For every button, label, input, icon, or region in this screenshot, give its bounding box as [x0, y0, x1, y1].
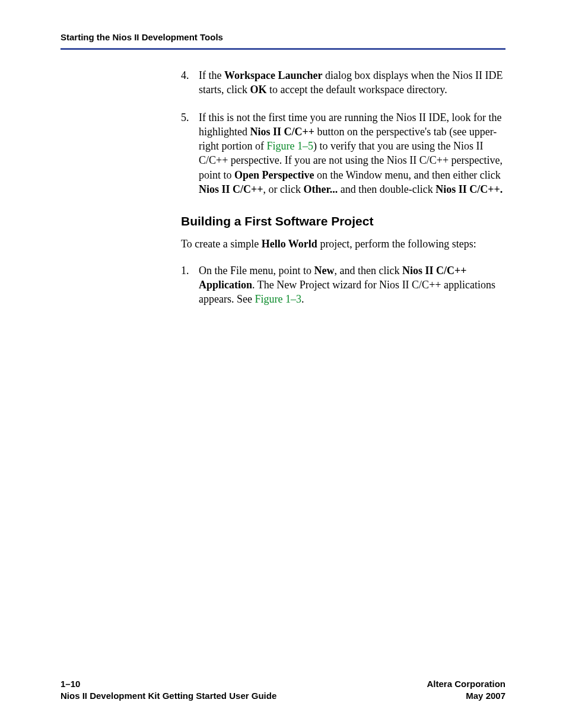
footer-right: Altera Corporation May 2007	[427, 678, 505, 702]
text: .	[301, 293, 304, 305]
step-number: 1.	[181, 263, 199, 307]
text: to accept the default workspace director…	[267, 84, 447, 96]
bold-text: Nios II C/C++	[199, 183, 263, 195]
text: , and then click	[334, 265, 402, 276]
step-number: 4.	[181, 68, 199, 97]
footer-left: 1–10 Nios II Development Kit Getting Sta…	[61, 678, 276, 702]
figure-link[interactable]: Figure 1–3	[255, 293, 301, 305]
text: On the File menu, point to	[199, 265, 314, 276]
bold-text: OK	[250, 84, 266, 96]
text: , or click	[263, 183, 304, 195]
section-heading: Building a First Software Project	[181, 214, 506, 228]
header-rule	[61, 48, 505, 50]
page-footer: 1–10 Nios II Development Kit Getting Sta…	[61, 678, 505, 702]
step-body: If this is not the first time you are ru…	[199, 110, 506, 197]
main-content: 4. If the Workspace Launcher dialog box …	[181, 68, 506, 320]
bold-text: Nios II C/C++.	[435, 183, 503, 195]
text: If the	[199, 69, 224, 81]
header-title: Starting the Nios II Development Tools	[61, 32, 505, 42]
bold-text: New	[314, 265, 334, 276]
bold-text: Other...	[304, 183, 338, 195]
step-number: 5.	[181, 110, 199, 197]
step-4: 4. If the Workspace Launcher dialog box …	[181, 68, 506, 97]
bold-text: Open Perspective	[234, 169, 314, 181]
page-header: Starting the Nios II Development Tools	[61, 32, 505, 50]
doc-title: Nios II Development Kit Getting Started …	[61, 690, 276, 702]
bold-text: Workspace Launcher	[224, 69, 323, 81]
intro-paragraph: To create a simple Hello World project, …	[181, 237, 506, 251]
figure-link[interactable]: Figure 1–5	[267, 140, 314, 152]
step-5: 5. If this is not the first time you are…	[181, 110, 506, 197]
date: May 2007	[427, 690, 505, 702]
text: and then double-click	[338, 183, 435, 195]
text: To create a simple	[181, 238, 262, 250]
bold-text: Hello World	[262, 238, 317, 250]
text: on the Window menu, and then either clic…	[314, 169, 500, 181]
step-1: 1. On the File menu, point to New, and t…	[181, 263, 506, 307]
page-number: 1–10	[61, 678, 276, 690]
step-body: If the Workspace Launcher dialog box dis…	[199, 68, 506, 97]
step-body: On the File menu, point to New, and then…	[199, 263, 506, 307]
text: project, perform the following steps:	[317, 238, 476, 250]
bold-text: Nios II C/C++	[250, 126, 315, 138]
company-name: Altera Corporation	[427, 678, 505, 690]
